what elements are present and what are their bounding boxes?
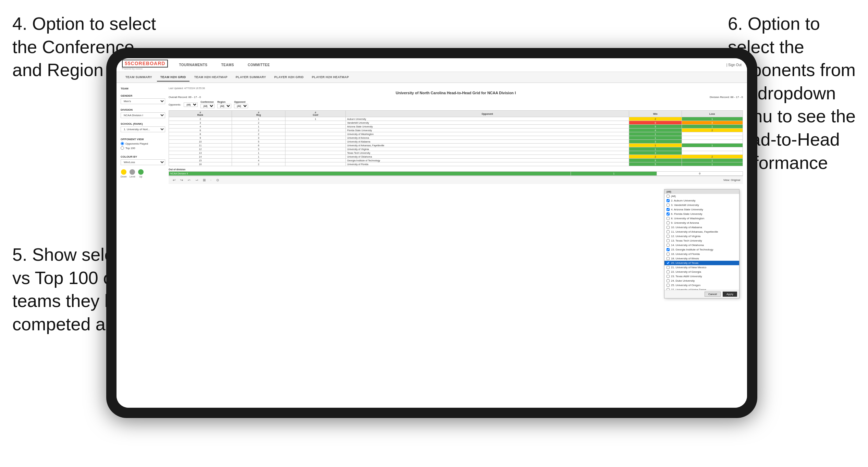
gender-select[interactable]: Men's	[121, 98, 165, 104]
td-conf	[285, 136, 346, 140]
td-conf	[285, 128, 346, 132]
tab-player-h2h-heatmap[interactable]: PLAYER H2H HEATMAP	[308, 73, 352, 82]
view-label: View: Original	[723, 179, 740, 182]
toolbar-undo[interactable]: ↩	[171, 177, 177, 183]
td-rank: 10	[169, 140, 232, 144]
dropdown-item-27[interactable]: 27. University of Notre Dame	[664, 287, 739, 290]
radio-top-100[interactable]: Top 100	[121, 146, 165, 150]
dropdown-footer: Cancel Apply	[664, 290, 739, 298]
dropdown-item-16[interactable]: 16. University of Florida	[664, 252, 739, 256]
school-select[interactable]: 1. University of Nort...	[121, 126, 165, 132]
td-conf	[285, 162, 346, 166]
opponent-view-label: Opponent View	[121, 138, 165, 141]
td-rank: 6	[169, 128, 232, 132]
nav-teams[interactable]: TEAMS	[218, 62, 237, 68]
dropdown-item-23[interactable]: 23. Texas A&M University	[664, 274, 739, 279]
tab-player-h2h-grid[interactable]: PLAYER H2H GRID	[271, 73, 307, 82]
opponents-filter-select[interactable]: (All)	[184, 102, 198, 107]
opponent-filter-label: Opponent	[234, 101, 248, 103]
dropdown-item-3[interactable]: 3. Vanderbilt University	[664, 203, 739, 207]
table-row: 13 1 Texas Tech University 3 0	[169, 151, 743, 155]
legend-up: Up	[138, 169, 144, 178]
td-reg: 1	[232, 125, 285, 128]
td-opponent-name: University of Virginia	[345, 147, 629, 151]
td-rank: 15	[169, 159, 232, 162]
td-opponent-name: University of Arkansas, Fayetteville	[345, 144, 629, 147]
td-conf	[285, 144, 346, 147]
td-opponent-name: Florida State University	[345, 128, 629, 132]
table-row: 11 6 University of Arkansas, Fayettevill…	[169, 144, 743, 147]
table-row: NCAA Division II 1 0	[169, 172, 743, 176]
tab-team-h2h-heatmap[interactable]: TEAM H2H HEATMAP	[191, 73, 231, 82]
td-opponent-name: University of Arizona	[345, 136, 629, 140]
toolbar-redo[interactable]: ↪	[179, 177, 184, 183]
table-scroll-container: #Rank #Reg #Conf Opponent Win Loss 2 1	[169, 110, 743, 166]
division-select[interactable]: NCAA Division I	[121, 112, 165, 118]
dropdown-item-18[interactable]: 18. University of Illinois	[664, 256, 739, 261]
dropdown-item-21[interactable]: 21. University of New Mexico	[664, 265, 739, 270]
td-reg: 2	[232, 162, 285, 166]
conference-filter-select[interactable]: (All)	[200, 104, 215, 108]
td-loss: 2	[682, 155, 743, 159]
dropdown-list: (All) 2. Auburn University 3. Vanderbilt…	[664, 194, 739, 290]
td-rank: 9	[169, 136, 232, 140]
dropdown-item-6[interactable]: 6. Florida State University	[664, 212, 739, 216]
td-conf	[285, 147, 346, 151]
nav-signout[interactable]: | Sign Out	[726, 63, 742, 67]
conference-filter-label: Conference	[200, 101, 215, 103]
dropdown-item-22[interactable]: 22. University of Georgia	[664, 270, 739, 274]
legend-dot-level	[130, 169, 135, 175]
toolbar-forward[interactable]: ⤻	[194, 177, 199, 183]
td-win: 1	[571, 172, 657, 176]
opponent-filter-select[interactable]: (All)	[234, 104, 248, 108]
dropdown-apply-button[interactable]: Apply	[723, 292, 737, 297]
td-reg: 3	[232, 147, 285, 151]
dropdown-item-20[interactable]: 20. University of Texas	[664, 261, 739, 265]
dropdown-item-13[interactable]: 13. Texas Tech University	[664, 238, 739, 243]
dropdown-item-25[interactable]: 25. University of Oregon	[664, 283, 739, 287]
dropdown-item-4[interactable]: 4. Arizona State University	[664, 207, 739, 212]
tab-team-summary[interactable]: TEAM SUMMARY	[122, 73, 156, 82]
colour-by-section: Colour by Win/Loss	[121, 155, 165, 165]
toolbar-back[interactable]: ⤺	[186, 177, 192, 183]
dropdown-item-14[interactable]: 14. University of Oklahoma	[664, 243, 739, 247]
colour-by-select[interactable]: Win/Loss	[121, 159, 165, 165]
th-reg: #Reg	[232, 111, 285, 117]
td-win: 5	[629, 125, 682, 128]
td-conf	[285, 151, 346, 155]
td-reg: 3	[232, 136, 285, 140]
dropdown-item-9[interactable]: 9. University of Arizona	[664, 221, 739, 225]
dropdown-item-8[interactable]: 8. University of Washington	[664, 216, 739, 221]
tab-player-summary[interactable]: PLAYER SUMMARY	[232, 73, 270, 82]
td-loss: 1	[682, 125, 743, 128]
chart-title: University of North Carolina Head-to-Hea…	[169, 91, 743, 95]
dropdown-item-24[interactable]: 24. Duke University	[664, 279, 739, 283]
td-rank: 8	[169, 132, 232, 136]
dropdown-item-2[interactable]: 2. Auburn University	[664, 198, 739, 203]
table-row: 8 2 University of Washington 1 0	[169, 132, 743, 136]
table-row: 9 3 University of Arizona 1 0	[169, 136, 743, 140]
nav-tournaments[interactable]: TOURNAMENTS	[176, 62, 210, 68]
dropdown-cancel-button[interactable]: Cancel	[705, 292, 721, 297]
filter-row: Opponents: (All) Conference (All) Region	[169, 101, 743, 108]
toolbar-grid[interactable]: ⊞	[201, 177, 207, 183]
gender-label: Gender	[121, 94, 165, 97]
dropdown-item-11[interactable]: 11. University of Arkansas, Fayetteville	[664, 230, 739, 234]
dropdown-item-10[interactable]: 10. University of Alabama	[664, 225, 739, 230]
toolbar-center[interactable]: ·	[209, 177, 213, 183]
dropdown-item-15[interactable]: 15. Georgia Institute of Technology	[664, 247, 739, 252]
app-logo: 55COREBOARD	[122, 60, 168, 67]
nav-committee[interactable]: COMMITTEE	[245, 62, 273, 68]
td-conf	[285, 159, 346, 162]
dropdown-item-12[interactable]: 12. University of Virginia	[664, 234, 739, 238]
tab-team-h2h-grid[interactable]: TEAM H2H GRID	[157, 73, 190, 82]
school-section: School (Rank) 1. University of Nort...	[121, 122, 165, 132]
toolbar-clock[interactable]: ⊙	[215, 177, 220, 183]
radio-opponents-played[interactable]: Opponents Played	[121, 142, 165, 145]
update-info: Last Updated: 4/??/2024 16:55:38	[169, 87, 743, 89]
td-opponent-name: Texas Tech University	[345, 151, 629, 155]
table-row: 12 3 University of Virginia 1 0	[169, 147, 743, 151]
dropdown-item-all[interactable]: (All)	[664, 194, 739, 198]
table-row: 4 1 Arizona State University 5 1	[169, 125, 743, 128]
region-filter-select[interactable]: (All)	[217, 104, 231, 108]
